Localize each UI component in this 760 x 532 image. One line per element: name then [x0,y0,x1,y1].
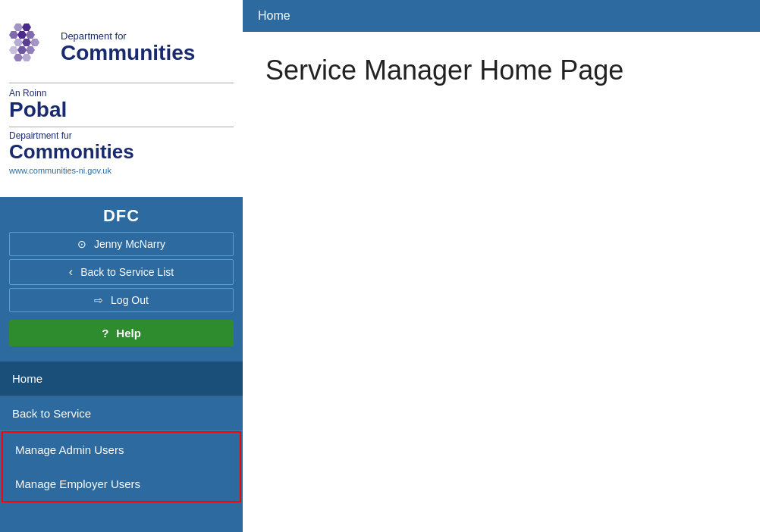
nav-buttons: Jenny McNarry Back to Service List Log O… [0,232,243,312]
an-roinn-label: An Roinn [9,88,234,99]
sidebar-item-home-label: Home [12,372,42,385]
dept-text: Department for Communities [61,30,195,65]
main-header: Home [243,0,760,32]
manage-employer-users-label: Manage Employer Users [15,477,140,490]
svg-marker-1 [22,23,31,31]
sidebar: Department for Communities An Roinn Poba… [0,0,243,532]
sidebar-item-home[interactable]: Home [0,361,243,396]
svg-marker-4 [26,31,35,39]
user-button-label: Jenny McNarry [94,238,165,250]
svg-marker-10 [26,46,35,54]
user-icon [77,238,90,250]
sidebar-item-back-to-service-label: Back to Service [12,407,91,420]
back-to-service-list-label: Back to Service List [80,266,174,278]
svg-marker-12 [22,54,31,61]
manage-admin-users-label: Manage Admin Users [15,443,124,456]
sidebar-nav: Home Back to Service Manage Admin Users … [0,361,243,502]
main-body: Service Manager Home Page [243,32,760,124]
pobal-label: Pobal [9,99,234,122]
dfc-label: DFC [0,197,243,232]
help-label: Help [116,327,141,340]
dept-for-label: Department for [61,30,195,42]
depairtment-fur-label: Depairtment fur [9,130,234,141]
log-out-label: Log Out [111,294,149,306]
sidebar-item-manage-admin-users[interactable]: Manage Admin Users [3,433,240,467]
log-out-button[interactable]: Log Out [9,288,234,312]
sidebar-item-back-to-service[interactable]: Back to Service [0,396,243,431]
divider-1 [9,83,234,83]
svg-marker-8 [9,46,18,54]
commonities-label: Commonities [9,141,234,163]
back-to-service-list-button[interactable]: Back to Service List [9,259,234,285]
help-button[interactable]: Help [9,320,234,346]
hex-logo-icon [9,22,53,74]
communities-label: Communities [61,42,195,65]
logout-icon [94,294,106,306]
svg-marker-5 [14,39,23,46]
svg-marker-0 [14,23,23,31]
svg-marker-6 [22,39,31,46]
help-icon [102,327,111,340]
svg-marker-11 [14,54,23,61]
svg-marker-7 [30,39,39,46]
back-icon [69,265,76,279]
svg-marker-2 [9,31,18,39]
main-content: Home Service Manager Home Page [243,0,760,532]
divider-2 [9,127,234,127]
page-title: Service Manager Home Page [265,55,737,86]
svg-marker-3 [17,31,27,39]
svg-marker-9 [17,46,27,54]
logo-area: Department for Communities An Roinn Poba… [0,0,243,197]
breadcrumb: Home [258,9,290,22]
nav-highlight-box: Manage Admin Users Manage Employer Users [2,431,241,502]
user-button[interactable]: Jenny McNarry [9,232,234,256]
website-link: www.communities-ni.gov.uk [9,166,234,175]
sidebar-item-manage-employer-users[interactable]: Manage Employer Users [3,467,240,501]
